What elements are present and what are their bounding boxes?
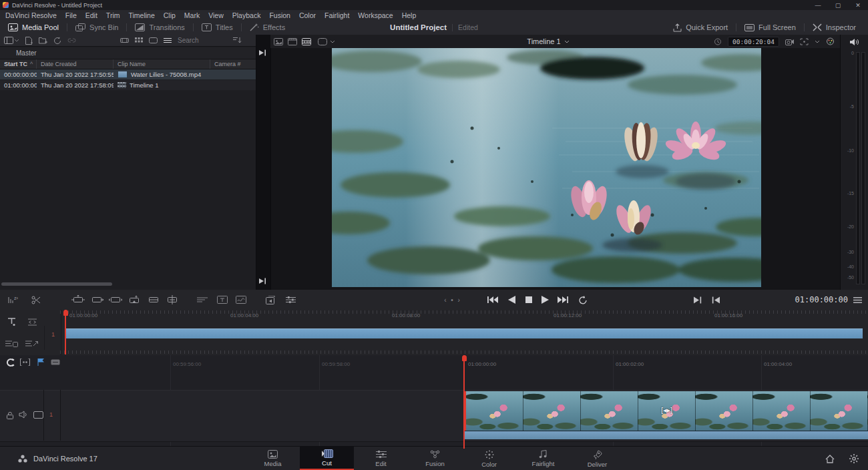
trim-mode-icon[interactable] [27, 318, 38, 326]
jog-control[interactable]: ‹ • › [435, 290, 470, 310]
media-pool-button[interactable]: Media Pool [0, 20, 67, 35]
import-media-icon[interactable] [25, 37, 33, 45]
snapping-magnet-icon[interactable] [5, 358, 15, 367]
zoom-fit-icon[interactable] [800, 38, 809, 45]
title-tool-icon[interactable] [215, 290, 230, 310]
viewer-timecode[interactable]: 00:00:20:04 [728, 37, 779, 47]
sync-clips-icon[interactable] [53, 37, 61, 45]
grading-tools-icon[interactable] [826, 37, 835, 45]
project-settings-gear-icon[interactable] [849, 454, 859, 463]
split-clip-scissors-icon[interactable] [29, 290, 43, 310]
tab-media[interactable]: Media [246, 447, 300, 470]
media-row-water-lilies[interactable]: 00:00:00:00 Thu Jan 20 2022 17:50:55 Wat… [0, 69, 256, 79]
timeline-timecode[interactable]: 01:00:00:00 [795, 290, 848, 310]
timeline-clip-water-lilies[interactable] [464, 391, 868, 439]
clip-color-icon[interactable] [51, 359, 60, 365]
track-visibility-icon[interactable] [33, 411, 43, 419]
tab-fusion[interactable]: Fusion [408, 447, 462, 470]
jump-to-out-icon[interactable] [259, 278, 266, 284]
tools-panel-icon[interactable] [283, 290, 298, 310]
jump-to-in-icon[interactable] [259, 49, 266, 56]
place-on-top-icon[interactable] [146, 290, 162, 310]
effect-tool-icon[interactable] [234, 290, 248, 310]
metadata-view-icon[interactable] [149, 37, 158, 43]
menu-fairlight[interactable]: Fairlight [324, 11, 349, 19]
search-input[interactable]: Search [178, 37, 199, 44]
link-clips-icon[interactable] [67, 37, 76, 44]
track-mute-icon[interactable] [19, 411, 28, 419]
match-frame-icon[interactable] [264, 290, 278, 310]
close-up-icon[interactable] [126, 290, 142, 310]
viewer-video-frame[interactable] [332, 48, 761, 287]
titles-button[interactable]: Titles [194, 20, 241, 35]
strip-view-icon[interactable] [120, 37, 129, 43]
menu-help[interactable]: Help [402, 11, 417, 19]
menu-file[interactable]: File [65, 11, 77, 19]
timeline-resolution-tool-icon[interactable]: z² [7, 290, 20, 310]
upper-playhead[interactable] [65, 310, 66, 355]
zoom-chevron-icon[interactable] [815, 40, 820, 43]
timeline-options-menu-icon[interactable] [849, 290, 865, 310]
smart-insert-icon[interactable] [70, 290, 86, 310]
menu-trim[interactable]: Trim [106, 11, 120, 19]
audio-trim-tool-icon[interactable] [25, 339, 38, 348]
loop-button[interactable] [576, 290, 590, 310]
tab-cut[interactable]: Cut [300, 447, 354, 470]
menu-timeline[interactable]: Timeline [128, 11, 154, 19]
sort-icon[interactable] [233, 37, 242, 44]
track-lock-icon[interactable] [6, 411, 14, 419]
sync-clip-tool-icon[interactable] [5, 339, 18, 348]
upper-timeline-clip[interactable] [65, 328, 863, 338]
play-reverse-button[interactable] [505, 290, 518, 310]
menu-workspace[interactable]: Workspace [358, 11, 393, 19]
close-button[interactable]: ✕ [848, 0, 868, 10]
list-view-icon[interactable] [164, 37, 172, 43]
lower-playhead[interactable] [463, 355, 465, 449]
menu-edit[interactable]: Edit [85, 11, 97, 19]
column-header-start-tc[interactable]: Start TC ^ [0, 59, 37, 69]
thumbnail-view-icon[interactable] [135, 37, 143, 44]
media-list-scrollbar[interactable] [1, 282, 112, 286]
inspector-button[interactable]: Inspector [805, 20, 864, 35]
speaker-icon[interactable] [849, 38, 859, 46]
menu-playback[interactable]: Playback [232, 11, 261, 19]
menu-clip[interactable]: Clip [164, 11, 176, 19]
full-screen-button[interactable]: Full Screen [736, 20, 804, 35]
bin-breadcrumb[interactable]: Master [0, 47, 256, 59]
append-clip-icon[interactable] [89, 290, 105, 310]
tab-color[interactable]: Color [462, 447, 516, 470]
transition-tool-icon[interactable] [195, 290, 210, 310]
ripple-overwrite-icon[interactable] [107, 290, 124, 310]
flag-icon[interactable] [37, 359, 45, 366]
duration-clock-icon[interactable] [714, 38, 722, 45]
tab-edit[interactable]: Edit [354, 447, 408, 470]
marker-icon[interactable] [20, 359, 30, 366]
new-bin-icon[interactable] [39, 37, 47, 44]
tab-deliver[interactable]: Deliver [570, 447, 624, 470]
minimize-button[interactable]: — [808, 0, 828, 10]
menu-view[interactable]: View [208, 11, 224, 19]
column-header-clip-name[interactable]: Clip Name [114, 59, 210, 69]
menu-fusion[interactable]: Fusion [269, 11, 290, 19]
effects-button[interactable]: Effects [242, 20, 293, 35]
stop-button[interactable] [522, 290, 535, 310]
source-overwrite-icon[interactable] [164, 290, 180, 310]
maximize-button[interactable]: ▢ [828, 0, 848, 10]
boring-detector-icon[interactable] [7, 318, 18, 326]
play-button[interactable] [538, 290, 552, 310]
menu-davinci-resolve[interactable]: DaVinci Resolve [5, 11, 57, 19]
menu-mark[interactable]: Mark [184, 11, 200, 19]
go-to-start-button[interactable] [485, 290, 500, 310]
camera-reframe-icon[interactable] [785, 38, 794, 45]
column-header-date-created[interactable]: Date Created [37, 59, 114, 69]
project-manager-home-icon[interactable] [825, 455, 835, 463]
transitions-button[interactable]: Transitions [127, 20, 192, 35]
menu-color[interactable]: Color [299, 11, 316, 19]
tab-fairlight[interactable]: Fairlight [516, 447, 570, 470]
media-row-timeline-1[interactable]: 01:00:00:00 Thu Jan 20 2022 17:58:09 Tim… [0, 80, 256, 90]
go-to-end-button[interactable] [556, 290, 570, 310]
play-around-icon[interactable] [690, 290, 705, 310]
play-to-in-icon[interactable] [708, 290, 723, 310]
column-header-camera[interactable]: Camera # [210, 59, 255, 69]
sync-bin-button[interactable]: Sync Bin [67, 20, 126, 35]
